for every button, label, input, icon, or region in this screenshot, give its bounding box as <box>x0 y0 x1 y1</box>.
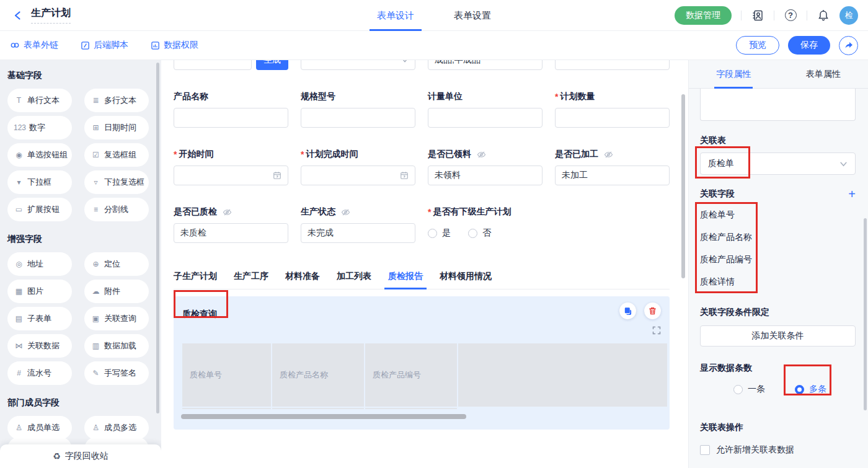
column-header[interactable]: 质检单号 <box>182 343 271 407</box>
sidebar-item-select[interactable]: ▾下拉框 <box>7 170 72 194</box>
sub-column-header[interactable]: 产品名称 <box>272 408 364 409</box>
required-asterisk: * <box>555 92 558 102</box>
column-group-header[interactable] <box>458 343 667 407</box>
add-condition-button[interactable]: 添加关联条件 <box>700 325 856 347</box>
tab-field-properties[interactable]: 字段属性 <box>689 60 779 88</box>
tab-form-settings[interactable]: 表单设置 <box>454 0 491 31</box>
properties-panel: 字段属性 表单属性 关联表 质检单 关联字段 + 质检单号质检产品名称质检产品编… <box>688 60 868 468</box>
field-input[interactable] <box>555 108 670 128</box>
detail-tab-inspection-report[interactable]: 质检报告 <box>388 271 423 289</box>
allow-add-related-row[interactable]: 允许新增关联表数据 <box>700 444 856 456</box>
help-icon[interactable]: ? <box>784 9 797 22</box>
sidebar-item-data-load[interactable]: ▥数据加载 <box>84 334 149 358</box>
backend-script-link[interactable]: 后端脚本 <box>81 40 128 51</box>
field-input[interactable] <box>428 108 542 128</box>
field-input[interactable] <box>174 108 288 128</box>
expand-widget-icon[interactable] <box>652 326 661 337</box>
sidebar-item-multi-select[interactable]: ▿下拉复选框 <box>84 170 149 194</box>
tab-form-properties[interactable]: 表单属性 <box>779 60 868 88</box>
sidebar-scrollbar[interactable] <box>156 63 159 413</box>
related-field-item[interactable]: 质检详情 <box>700 276 856 289</box>
field-label-text: 是否已领料 <box>428 149 471 160</box>
delete-widget-button[interactable] <box>644 302 661 319</box>
checkbox-icon[interactable] <box>700 445 710 455</box>
generate-button[interactable]: 生成 <box>256 60 288 70</box>
signature-icon: ✎ <box>91 369 101 377</box>
form-external-link[interactable]: 表单外链 <box>10 40 58 51</box>
canvas-scrollbar[interactable] <box>681 94 685 278</box>
detail-tab-material-prep[interactable]: 材料准备 <box>285 271 320 289</box>
sidebar-item-extend-button[interactable]: ▭扩展按钮 <box>7 198 72 221</box>
notification-bell-icon[interactable] <box>817 9 830 22</box>
subform-horizontal-scrollbar[interactable] <box>181 414 466 419</box>
sidebar-item-image[interactable]: ▦图片 <box>7 280 72 303</box>
toolbar-link-label: 数据权限 <box>164 40 198 51</box>
related-field-item[interactable]: 质检产品编号 <box>700 254 856 267</box>
table-ops-label: 关联表操作 <box>700 422 856 433</box>
detail-tab-process-list[interactable]: 加工列表 <box>337 271 371 289</box>
sidebar-item-single-line-text[interactable]: T单行文本 <box>7 89 72 112</box>
related-field-item[interactable]: 质检单号 <box>700 210 856 222</box>
radio-option[interactable]: 否 <box>468 227 491 239</box>
detail-tab-material-usage[interactable]: 材料领用情况 <box>440 271 492 289</box>
title-input-partial[interactable] <box>700 89 856 121</box>
field-recycle-bin-button[interactable]: ♻ 字段回收站 <box>0 444 161 468</box>
field-input[interactable] <box>301 166 415 185</box>
related-field-item[interactable]: 质检产品名称 <box>700 232 856 244</box>
contacts-book-icon[interactable] <box>751 9 764 22</box>
field-inspected: 是否已质检未质检 <box>174 206 288 243</box>
address-icon: ◎ <box>14 260 24 268</box>
save-button[interactable]: 保存 <box>788 36 830 55</box>
sidebar-item-member-single[interactable]: ♙成员单选 <box>7 416 72 439</box>
sidebar-item-number[interactable]: 123数字 <box>7 116 72 139</box>
sidebar-item-radio-group[interactable]: ◉单选按钮组 <box>7 143 72 167</box>
sidebar-item-address[interactable]: ◎地址 <box>7 252 72 276</box>
field-input[interactable] <box>301 108 415 128</box>
field-input[interactable] <box>174 60 252 70</box>
field-category[interactable]: 成品,半成品 <box>428 60 542 70</box>
sidebar-item-label: 数字 <box>29 122 45 133</box>
detail-tab-process[interactable]: 生产工序 <box>234 271 268 289</box>
sub-column-header[interactable]: 工序序号 <box>365 408 457 409</box>
data-manage-button[interactable]: 数据管理 <box>675 6 732 25</box>
sidebar-item-serial-number[interactable]: #流水号 <box>7 361 72 385</box>
properties-scrollbar[interactable] <box>864 218 867 410</box>
field-input[interactable]: 未完成 <box>301 223 415 243</box>
sidebar-item-signature[interactable]: ✎手写签名 <box>84 361 149 385</box>
preview-button[interactable]: 预览 <box>736 36 779 55</box>
required-asterisk: * <box>301 149 304 159</box>
back-button[interactable] <box>10 7 26 24</box>
sidebar-item-member-multi[interactable]: ♙成员多选 <box>84 416 149 439</box>
sub-column-header[interactable]: 产品编号 <box>182 408 271 409</box>
add-related-field-icon[interactable]: + <box>848 188 856 200</box>
sidebar-item-related-data[interactable]: ⋈关联数据 <box>7 334 72 358</box>
sidebar-item-location[interactable]: ⊕定位 <box>84 252 149 276</box>
sidebar-item-subform[interactable]: ▤子表单 <box>7 307 72 330</box>
share-button[interactable] <box>839 36 858 55</box>
sidebar-item-multi-line-text[interactable]: ≣多行文本 <box>84 89 149 112</box>
field-input[interactable]: 未加工 <box>555 166 670 185</box>
sidebar-item-attachment[interactable]: ☁附件 <box>84 280 149 303</box>
data-permission-link[interactable]: 数据权限 <box>151 40 198 51</box>
field-select[interactable] <box>301 60 415 70</box>
related-table-select[interactable]: 质检单 <box>700 152 856 175</box>
copy-widget-button[interactable] <box>619 302 636 319</box>
field-input[interactable]: 未质检 <box>174 223 288 243</box>
column-header[interactable]: 质检产品编号 <box>365 343 457 407</box>
field-input[interactable] <box>174 166 288 185</box>
sidebar-item-divider[interactable]: ≡分割线 <box>84 198 149 221</box>
selected-related-query-widget[interactable]: 质检查询 质检单号 <box>174 296 670 430</box>
tab-form-design[interactable]: 表单设计 <box>377 0 414 31</box>
sidebar-item-datetime[interactable]: ⊞日期时间 <box>84 116 149 139</box>
column-header[interactable]: 质检产品名称 <box>272 343 364 407</box>
display-count-option[interactable]: 多条 <box>795 384 826 395</box>
sidebar-item-checkbox-group[interactable]: ☑复选框组 <box>84 143 149 167</box>
detail-tab-sub-plan[interactable]: 子生产计划 <box>174 271 217 289</box>
field-input[interactable] <box>555 60 670 70</box>
field-input[interactable]: 未领料 <box>428 166 542 185</box>
radio-option[interactable]: 是 <box>428 227 451 239</box>
user-avatar[interactable]: 检 <box>839 6 858 25</box>
copy-icon <box>623 306 632 316</box>
display-count-option[interactable]: 一条 <box>733 384 765 395</box>
sidebar-item-related-query[interactable]: ▣关联查询 <box>84 307 149 330</box>
